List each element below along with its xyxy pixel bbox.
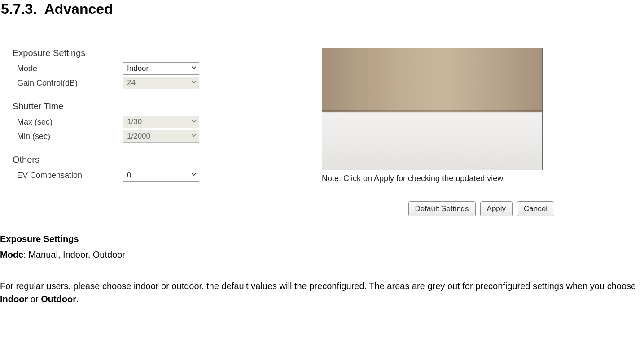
body-outdoor: Outdoor bbox=[41, 294, 76, 304]
apply-button[interactable]: Apply bbox=[480, 201, 513, 216]
cancel-button[interactable]: Cancel bbox=[517, 201, 554, 216]
exposure-settings-title: Exposure Settings bbox=[13, 48, 221, 58]
shutter-min-row: Min (sec) 1/2000 bbox=[10, 130, 221, 143]
shutter-min-value: 1/2000 bbox=[127, 132, 150, 141]
body-para-a: For regular users, please choose indoor … bbox=[0, 281, 636, 291]
settings-panel: Exposure Settings Mode Indoor Gain Contr… bbox=[10, 48, 221, 216]
shutter-title: Shutter Time bbox=[13, 101, 221, 112]
mode-select[interactable]: Indoor bbox=[123, 62, 199, 75]
body-period: . bbox=[76, 294, 79, 304]
ev-label: EV Compensation bbox=[10, 171, 123, 180]
chevron-down-icon bbox=[189, 65, 199, 73]
gain-value: 24 bbox=[127, 78, 136, 87]
shutter-max-select: 1/30 bbox=[123, 116, 199, 128]
gain-select: 24 bbox=[123, 77, 199, 89]
section-heading: 5.7.3. Advanced bbox=[1, 1, 644, 17]
gain-label: Gain Control(dB) bbox=[10, 78, 123, 88]
mode-row: Mode Indoor bbox=[10, 62, 221, 75]
chevron-down-icon bbox=[189, 171, 199, 179]
shutter-max-row: Max (sec) 1/30 bbox=[10, 115, 221, 129]
mode-value: Indoor bbox=[127, 64, 149, 73]
shutter-min-label: Min (sec) bbox=[10, 132, 123, 141]
chevron-down-icon bbox=[189, 132, 199, 140]
section-title: Advanced bbox=[44, 1, 113, 17]
ev-select[interactable]: 0 bbox=[123, 169, 199, 182]
chevron-down-icon bbox=[189, 118, 199, 126]
body-indoor: Indoor bbox=[0, 294, 28, 304]
body-text: Exposure Settings Mode: Manual, Indoor, … bbox=[0, 233, 644, 306]
shutter-min-select: 1/2000 bbox=[123, 130, 199, 143]
ev-row: EV Compensation 0 bbox=[10, 169, 221, 182]
default-settings-button[interactable]: Default Settings bbox=[408, 201, 476, 216]
body-or: or bbox=[28, 294, 41, 304]
chevron-down-icon bbox=[189, 79, 199, 87]
button-row: Default Settings Apply Cancel bbox=[322, 201, 555, 216]
preview-note: Note: Click on Apply for checking the up… bbox=[322, 174, 555, 183]
gain-row: Gain Control(dB) 24 bbox=[10, 76, 221, 90]
shutter-max-label: Max (sec) bbox=[10, 117, 123, 127]
preview-image bbox=[322, 48, 543, 170]
mode-label: Mode bbox=[10, 64, 123, 74]
body-mode-values: : Manual, Indoor, Outdoor bbox=[23, 250, 125, 260]
others-title: Others bbox=[13, 155, 221, 165]
ev-value: 0 bbox=[127, 171, 131, 180]
body-exposure-title: Exposure Settings bbox=[0, 234, 79, 244]
body-mode-label: Mode bbox=[0, 250, 23, 260]
shutter-max-value: 1/30 bbox=[127, 117, 142, 126]
section-number: 5.7.3. bbox=[1, 1, 37, 17]
